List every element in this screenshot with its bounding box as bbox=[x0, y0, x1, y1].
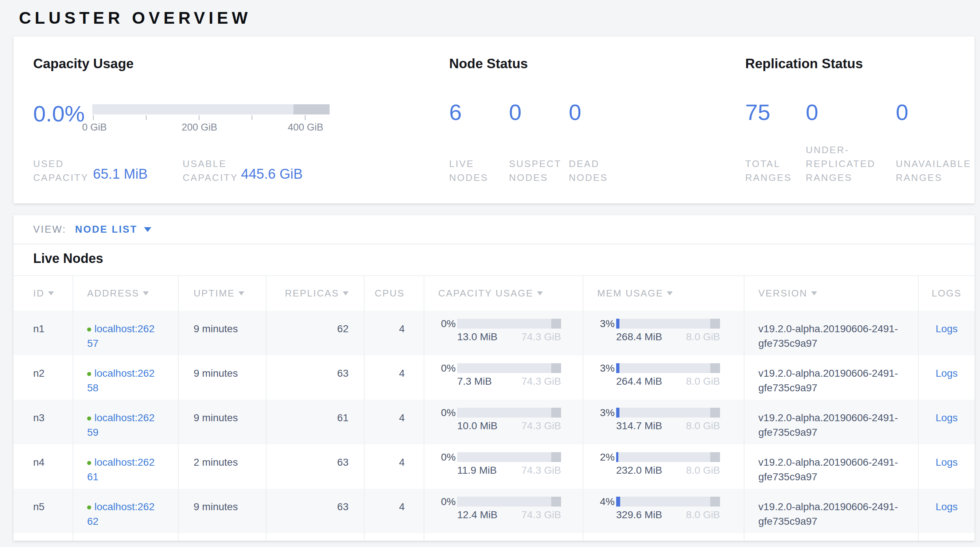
node-id-cell: n4 bbox=[13, 444, 73, 489]
node-mem-usage-cell: 3% 264.4 MiB8.0 GiB bbox=[583, 355, 745, 400]
unavailable-ranges-label: UNAVAILABLE RANGES bbox=[896, 157, 971, 184]
node-uptime-cell: 9 minutes bbox=[179, 489, 267, 533]
node-replicas-cell: 63 bbox=[267, 444, 364, 489]
node-live-dot-icon bbox=[87, 461, 91, 465]
node-address-cell: localhost:26261 bbox=[73, 444, 179, 489]
sort-desc-icon bbox=[239, 291, 244, 296]
node-logs-cell: Logs bbox=[919, 400, 975, 444]
node-list-card: VIEW: NODE LIST Live Nodes ID ADDRESS UP… bbox=[13, 215, 975, 541]
node-address-link[interactable]: localhost:26261 bbox=[87, 456, 170, 484]
live-nodes-count: 6 bbox=[449, 99, 461, 125]
mem-total-value: 8.0 GiB bbox=[686, 375, 720, 387]
view-selector[interactable]: NODE LIST bbox=[75, 224, 137, 235]
node-address-link[interactable]: localhost:26262 bbox=[87, 501, 170, 529]
column-header-mem-usage[interactable]: MEM USAGE bbox=[583, 276, 745, 311]
capacity-total-value: 74.3 GiB bbox=[521, 420, 561, 432]
node-live-dot-icon bbox=[87, 417, 91, 420]
cluster-summary-card: Capacity Usage 0.0% 0 GiB 200 GiB 400 Gi… bbox=[13, 37, 975, 204]
table-row-partial bbox=[13, 533, 975, 541]
used-capacity-value: 65.1 MiB bbox=[93, 166, 148, 182]
capacity-usage-title: Capacity Usage bbox=[33, 56, 134, 72]
capacity-gauge: 0 GiB 200 GiB 400 GiB bbox=[92, 104, 329, 134]
node-address-link[interactable]: localhost:26258 bbox=[87, 367, 170, 395]
table-row: n3 localhost:26259 9 minutes 61 4 0% 10.… bbox=[13, 400, 975, 444]
mem-percent: 3% bbox=[597, 319, 615, 329]
node-uptime-cell: 9 minutes bbox=[179, 400, 267, 444]
column-header-version[interactable]: VERSION bbox=[745, 276, 919, 311]
under-replicated-ranges-label: UNDER- REPLICATED RANGES bbox=[806, 143, 875, 184]
total-ranges-count: 75 bbox=[745, 99, 770, 125]
under-replicated-ranges-count: 0 bbox=[806, 99, 818, 125]
mem-total-value: 8.0 GiB bbox=[686, 509, 720, 521]
mem-used-value: 264.4 MiB bbox=[616, 375, 662, 387]
suspect-nodes-count: 0 bbox=[509, 99, 521, 125]
chevron-down-icon[interactable] bbox=[144, 227, 151, 232]
sort-desc-icon bbox=[48, 291, 54, 296]
logs-link[interactable]: Logs bbox=[935, 367, 958, 379]
mem-percent: 4% bbox=[597, 497, 615, 507]
capacity-percent: 0% bbox=[438, 408, 456, 418]
node-id-cell: n3 bbox=[13, 400, 73, 444]
node-id-cell: n2 bbox=[13, 355, 73, 400]
column-header-capacity-usage[interactable]: CAPACITY USAGE bbox=[425, 276, 583, 311]
mem-used-value: 232.0 MiB bbox=[616, 464, 662, 476]
column-header-address[interactable]: ADDRESS bbox=[73, 276, 179, 311]
node-address-link[interactable]: localhost:26259 bbox=[87, 412, 170, 440]
capacity-gauge-reserved-segment bbox=[293, 104, 329, 114]
capacity-percent: 0% bbox=[438, 452, 456, 462]
node-replicas-cell: 62 bbox=[267, 311, 364, 355]
logs-link[interactable]: Logs bbox=[935, 501, 958, 512]
mem-total-value: 8.0 GiB bbox=[686, 464, 720, 476]
capacity-bar bbox=[457, 497, 561, 507]
mem-percent: 2% bbox=[597, 452, 615, 462]
usable-capacity-label: USABLE CAPACITY bbox=[183, 157, 238, 184]
node-logs-cell: Logs bbox=[919, 489, 975, 533]
column-header-uptime[interactable]: UPTIME bbox=[179, 276, 267, 311]
mem-bar bbox=[616, 408, 720, 418]
logs-link[interactable]: Logs bbox=[935, 323, 958, 334]
capacity-used-value: 11.9 MiB bbox=[457, 464, 496, 476]
live-nodes-table-title: Live Nodes bbox=[33, 251, 103, 266]
capacity-gauge-bar bbox=[92, 104, 329, 114]
capacity-bar bbox=[457, 319, 561, 329]
column-header-id[interactable]: ID bbox=[13, 276, 73, 311]
node-version-cell: v19.2.0-alpha.20190606-2491-gfe735c9a97 bbox=[745, 311, 919, 355]
table-header-row: ID ADDRESS UPTIME REPLICAS CPUS CAPACITY… bbox=[13, 275, 975, 311]
column-header-logs: LOGS bbox=[919, 276, 975, 311]
axis-tick-label: 200 GiB bbox=[181, 122, 217, 133]
node-cpus-cell: 4 bbox=[364, 400, 425, 444]
node-uptime-cell: 2 minutes bbox=[179, 444, 267, 489]
capacity-used-value: 10.0 MiB bbox=[457, 420, 498, 432]
column-header-replicas[interactable]: REPLICAS bbox=[267, 276, 364, 311]
node-id-cell: n1 bbox=[13, 311, 73, 355]
node-replicas-cell: 63 bbox=[267, 355, 364, 400]
used-capacity-label: USED CAPACITY bbox=[33, 157, 89, 184]
node-mem-usage-cell: 3% 268.4 MiB8.0 GiB bbox=[583, 311, 745, 355]
mem-total-value: 8.0 GiB bbox=[686, 420, 720, 432]
logs-link[interactable]: Logs bbox=[935, 456, 958, 468]
table-row: n4 localhost:26261 2 minutes 63 4 0% 11.… bbox=[13, 444, 975, 489]
node-capacity-usage-cell: 0% 10.0 MiB74.3 GiB bbox=[425, 400, 583, 444]
node-id-cell: n5 bbox=[13, 489, 73, 533]
capacity-gauge-ticks bbox=[92, 114, 329, 120]
mem-percent: 3% bbox=[597, 408, 615, 418]
node-address-link[interactable]: localhost:26257 bbox=[87, 323, 170, 351]
node-capacity-usage-cell: 0% 7.3 MiB74.3 GiB bbox=[425, 355, 583, 400]
dead-nodes-label: DEAD NODES bbox=[569, 157, 608, 184]
logs-link[interactable]: Logs bbox=[935, 412, 958, 423]
mem-bar bbox=[616, 497, 720, 507]
usable-capacity-value: 445.6 GiB bbox=[241, 166, 302, 182]
view-bar: VIEW: NODE LIST bbox=[13, 215, 975, 244]
mem-used-value: 268.4 MiB bbox=[616, 331, 662, 343]
capacity-bar bbox=[457, 408, 561, 418]
suspect-nodes-label: SUSPECT NODES bbox=[509, 157, 562, 184]
column-header-cpus[interactable]: CPUS bbox=[364, 276, 425, 311]
axis-tick-label: 0 GiB bbox=[82, 122, 107, 133]
dead-nodes-count: 0 bbox=[569, 99, 581, 125]
node-logs-cell: Logs bbox=[919, 444, 975, 489]
node-uptime-cell: 9 minutes bbox=[179, 355, 267, 400]
capacity-used-percent: 0.0% bbox=[33, 101, 84, 127]
node-replicas-cell: 63 bbox=[267, 489, 364, 533]
sort-desc-icon bbox=[143, 291, 149, 296]
node-live-dot-icon bbox=[87, 328, 91, 331]
